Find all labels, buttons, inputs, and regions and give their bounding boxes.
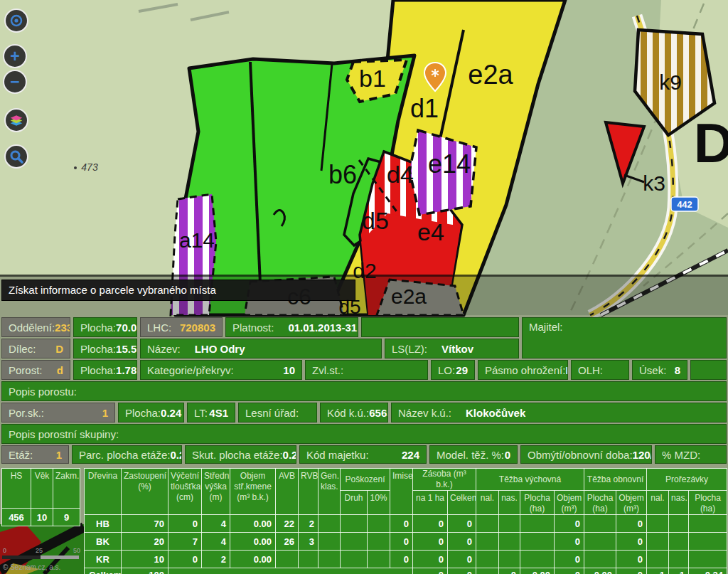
locate-button[interactable] xyxy=(4,9,28,33)
hs-table: HS Věk Zakm. 456 10 9 xyxy=(1,468,80,526)
field-plocha-oddeleni: Plocha:70.04 xyxy=(73,317,137,337)
field-platnost: Platnost:01.01.2013-31.12.2022 xyxy=(225,317,358,337)
field-kod-majetku: Kód majetku:224 xyxy=(299,445,427,464)
field-mzd: % MZD: xyxy=(655,445,727,464)
field-majitel: Majitel: xyxy=(522,317,727,358)
field-kod-ku: Kód k.ú.:656526 xyxy=(320,403,388,422)
field-nazev: Název:LHO Odry xyxy=(140,339,382,358)
map-label-d1: d1 xyxy=(410,94,439,123)
map-label-b6: b6 xyxy=(328,160,357,189)
field-zvlst: Zvl.st.: xyxy=(305,360,428,380)
field-plocha-porsk: Plocha:0.24 xyxy=(118,403,184,422)
zoom-in-icon: + xyxy=(10,48,19,65)
table-row: HB70 04 0.0022 2 00 0 0 0 xyxy=(85,515,727,533)
map-label-d5: d5 xyxy=(362,207,389,234)
map-label-a14: a14 xyxy=(179,228,215,252)
zoom-out-icon: − xyxy=(10,74,19,90)
field-lslz: LS(LZ):Vítkov xyxy=(385,339,519,358)
zoom-out-button[interactable]: − xyxy=(3,70,27,94)
field-pasmo: Pásmo ohrožení:D xyxy=(478,360,568,380)
svg-text:473: 473 xyxy=(81,161,98,173)
field-kategorie: Kategorie/překryv:10 xyxy=(140,360,302,380)
empty-cell xyxy=(690,360,727,380)
field-skut-plocha: Skut. plocha etáže:0.24 xyxy=(185,445,296,464)
field-etaz: Etáž:1 xyxy=(1,445,69,464)
map-label-e14: e14 xyxy=(428,149,471,179)
hs-table-row: 456 10 9 xyxy=(2,509,80,526)
field-porost: Porost:d xyxy=(1,360,70,380)
field-oddeleni: Oddělení:233 xyxy=(1,317,70,337)
table-total-row: Celkem: 100 0 0 0 0.00 0 0.00 0 1 1 0.24 xyxy=(85,568,727,574)
layers-button[interactable] xyxy=(4,108,28,132)
field-olh: OLH: xyxy=(571,360,629,380)
search-button[interactable] xyxy=(4,144,28,169)
field-plocha-dilec: Plocha:15.58 xyxy=(73,339,137,358)
app-window: b1 d1 e2a b6 d4 e14 d5 e4 a14 d2 c6 e2a … xyxy=(0,0,728,574)
search-icon xyxy=(9,149,24,164)
stand-table: Dřevina Zastoupení (%) Výčetní tloušťka … xyxy=(84,468,727,574)
zoom-in-button[interactable]: + xyxy=(3,44,27,68)
field-lesni-urad: Lesní úřad: xyxy=(238,403,317,422)
field-dilec: Dílec:D xyxy=(1,339,70,358)
map-label-d4: d4 xyxy=(387,161,414,188)
map-label-k9: k9 xyxy=(659,70,682,94)
table-row: KR10 02 0.00 00 0 0 0 xyxy=(85,551,727,568)
table-row: BK20 74 0.0026 3 00 0 0 0 xyxy=(85,533,727,551)
map-label-d-big: D xyxy=(694,112,728,174)
field-nazev-ku: Název k.ú.:Klokočůvek xyxy=(391,403,727,422)
field-plocha-porost: Plocha:1.78 xyxy=(73,360,137,380)
field-parc-plocha: Parc. plocha etáže:0.24 xyxy=(72,445,182,464)
field-obmyti: Obmýtí/obnovní doba:120/40 xyxy=(520,445,652,464)
field-porsk: Por.sk.:1 xyxy=(1,403,115,422)
map-label-e4: e4 xyxy=(417,218,444,245)
field-lo: LO:29 xyxy=(431,360,475,380)
svg-text:442: 442 xyxy=(677,199,692,210)
field-popis-porostu: Popis porostu: xyxy=(1,381,727,401)
field-model-tez: Model. těž. %:0 xyxy=(429,445,518,464)
locate-icon xyxy=(9,13,24,28)
field-popis-skupiny: Popis porostní skupiny: xyxy=(1,424,727,444)
field-usek: Úsek:8 xyxy=(632,360,687,380)
map-label-e2a-top: e2a xyxy=(468,60,513,90)
map-tooltip: Získat informace o parcele vybraného mís… xyxy=(1,280,355,301)
field-lt: LT:4S1 xyxy=(187,403,235,422)
field-lhc: LHC:720803 xyxy=(140,317,223,337)
road-sign-442: 442 xyxy=(671,197,698,211)
empty-cell xyxy=(361,317,519,337)
map-label-k3: k3 xyxy=(643,171,665,195)
map-label-b1: b1 xyxy=(359,65,386,92)
info-panel: Získat informace o parcele vybraného mís… xyxy=(0,275,728,574)
layers-icon xyxy=(9,112,24,128)
